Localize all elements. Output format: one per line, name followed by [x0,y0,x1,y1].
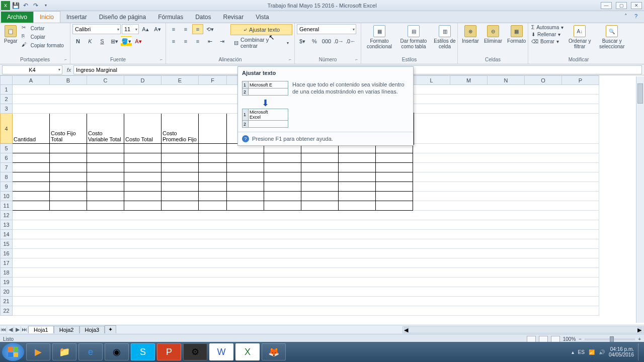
taskbar-chrome-icon[interactable]: ◉ [105,343,129,360]
bold-button[interactable]: N [72,36,84,46]
underline-button[interactable]: S [97,36,108,46]
col-A[interactable]: A [13,76,50,85]
zoom-out-button[interactable]: − [579,336,582,342]
minimize-button[interactable]: — [601,2,612,9]
row-7[interactable]: 7 [1,163,13,172]
autosum-button[interactable]: ΣAutosuma▾ [530,24,565,31]
sheet-nav-prev[interactable]: ◀ [7,326,14,333]
row-14[interactable]: 14 [1,230,13,239]
format-table-button[interactable]: ▤Dar formato como tabla [396,24,431,50]
select-all-corner[interactable] [1,76,13,85]
row-22[interactable]: 22 [1,306,13,316]
taskbar-powerpoint-icon[interactable]: P [157,343,181,360]
row-18[interactable]: 18 [1,268,13,278]
row-3[interactable]: 3 [1,104,13,114]
taskbar-excel-icon[interactable]: X [235,343,260,360]
row-19[interactable]: 19 [1,278,13,287]
start-button[interactable] [2,343,24,361]
sheet-nav-last[interactable]: ⏭ [21,326,28,333]
paste-button[interactable]: 📋 Pegar [2,24,20,45]
font-size-combo[interactable]: 11 [122,24,139,34]
tray-show-hidden-icon[interactable]: ▴ [572,349,574,355]
sort-filter-button[interactable]: A↓Ordenar y filtrar [566,24,594,50]
increase-decimal-button[interactable]: .0→ [333,36,344,46]
decrease-indent-button[interactable]: ⇤ [204,36,215,46]
cell-A4[interactable]: Cantidad [13,114,50,144]
row-1[interactable]: 1 [1,85,13,95]
cut-button[interactable]: ✂Cortar [21,24,65,32]
tray-network-icon[interactable]: 📶 [589,349,595,355]
find-select-button[interactable]: 🔍Buscar y seleccionar [595,24,629,50]
tab-vista[interactable]: Vista [250,12,275,23]
col-C[interactable]: C [87,76,124,85]
zoom-slider[interactable] [585,338,635,340]
align-center-button[interactable]: ≡ [180,36,191,46]
col-P[interactable]: P [562,76,599,85]
percent-button[interactable]: % [309,36,320,46]
row-5[interactable]: 5 [1,144,13,153]
copy-button[interactable]: ⎘Copiar [21,33,65,41]
delete-cells-button[interactable]: ⊖Eliminar [482,24,504,45]
tray-clock[interactable]: 04:16 p.m. 04/05/2016 [609,346,634,357]
tab-insertar[interactable]: Insertar [60,12,93,23]
taskbar-explorer-icon[interactable]: 📁 [52,343,76,360]
sheet-nav-first[interactable]: ⏮ [0,326,7,333]
zoom-in-button[interactable]: + [638,336,641,342]
taskbar-word-icon[interactable]: W [209,343,233,360]
italic-button[interactable]: K [85,36,96,46]
increase-indent-button[interactable]: ⇥ [216,36,227,46]
col-B[interactable]: B [50,76,87,85]
align-bottom-button[interactable]: ≡ [192,24,203,34]
merge-center-button[interactable]: ⊟ Combinar y centrar ▾ [230,37,292,48]
save-icon[interactable]: 💾 [11,1,20,10]
clear-button[interactable]: ⌫Borrar▾ [530,38,565,45]
format-cells-button[interactable]: ▦Formato [505,24,528,45]
col-N[interactable]: N [488,76,525,85]
sheet-tab-hoja3[interactable]: Hoja3 [79,326,105,333]
orientation-button[interactable]: ⟲▾ [204,24,215,34]
col-L[interactable]: L [413,76,450,85]
cell-D4[interactable]: Costo Total [124,114,162,144]
row-6[interactable]: 6 [1,153,13,163]
redo-icon[interactable]: ↷ [31,1,40,10]
maximize-button[interactable]: ▢ [616,2,627,9]
close-button[interactable]: ✕ [631,2,642,9]
shrink-font-button[interactable]: A▾ [152,24,163,34]
name-box[interactable]: K4 [2,65,62,74]
cell-F4[interactable] [199,114,227,144]
row-8[interactable]: 8 [1,172,13,182]
tab-revisar[interactable]: Revisar [217,12,250,23]
cell-styles-button[interactable]: ▥Estilos de celda [432,24,458,50]
row-9[interactable]: 9 [1,182,13,192]
grow-font-button[interactable]: A▴ [140,24,151,34]
col-E[interactable]: E [162,76,199,85]
help-icon[interactable]: ? [632,12,640,20]
col-D[interactable]: D [124,76,162,85]
format-painter-button[interactable]: 🖌Copiar formato [21,41,65,49]
taskbar-firefox-icon[interactable]: 🦊 [262,343,286,360]
fill-button[interactable]: ⬇Rellenar▾ [530,31,565,38]
row-12[interactable]: 12 [1,211,13,220]
col-M[interactable]: M [450,76,488,85]
row-15[interactable]: 15 [1,239,13,249]
row-21[interactable]: 21 [1,297,13,306]
taskbar-skype-icon[interactable]: S [131,343,155,360]
show-desktop-button[interactable] [638,343,642,360]
wrap-text-button[interactable]: ⤶ Ajustar texto [230,24,292,35]
tab-datos[interactable]: Datos [189,12,217,23]
row-11[interactable]: 11 [1,201,13,211]
zoom-level[interactable]: 100% [563,336,576,342]
col-F[interactable]: F [199,76,227,85]
align-top-button[interactable]: ≡ [168,24,179,34]
align-middle-button[interactable]: ≡ [180,24,191,34]
new-sheet-button[interactable]: ✦ [105,325,116,333]
sheet-tab-hoja1[interactable]: Hoja1 [28,326,54,333]
undo-icon[interactable]: ↶ [21,1,30,10]
comma-button[interactable]: 000 [321,36,332,46]
row-10[interactable]: 10 [1,192,13,201]
taskbar-app-icon[interactable]: ⚙ [183,343,207,360]
col-O[interactable]: O [525,76,562,85]
cell-C4[interactable]: Costo Variable Total [87,114,124,144]
tab-diseno[interactable]: Diseño de página [93,12,152,23]
sheet-nav-next[interactable]: ▶ [14,326,21,333]
